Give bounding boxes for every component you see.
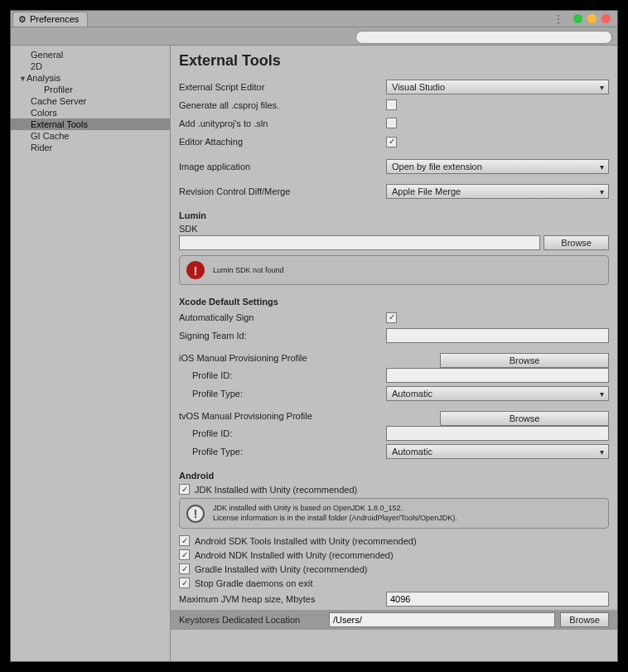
window-controls: ⋮ [553,12,611,26]
lumin-warning: ! Lumin SDK not found [179,255,609,285]
main-panel: External Tools External Script Editor Vi… [171,46,617,661]
body: General 2D ▼Analysis Profiler Cache Serv… [11,46,617,661]
tvos-profile-type-dropdown[interactable]: Automatic [386,444,609,459]
tvos-browse-button[interactable]: Browse [440,411,609,426]
lumin-header: Lumin [179,210,609,220]
ios-profile-type-label: Profile Type: [192,389,386,399]
preferences-tab[interactable]: ⚙ Preferences [12,12,88,27]
android-header: Android [179,471,609,481]
jdk-label: JDK Installed with Unity (recommended) [195,485,357,495]
gen-csproj-label: Generate all .csproj files. [179,100,386,110]
jdk-checkbox[interactable] [179,484,190,495]
editor-attaching-checkbox[interactable] [386,137,397,147]
auto-sign-checkbox[interactable] [386,312,397,323]
sidebar-item-external-tools[interactable]: External Tools [11,118,170,130]
lumin-sdk-input[interactable] [179,235,540,250]
traffic-green[interactable] [573,14,582,23]
menu-dots-icon[interactable]: ⋮ [553,12,563,26]
gear-icon: ⚙ [18,14,27,25]
auto-sign-label: Automatically Sign [179,312,386,322]
tvos-prov-label: tvOS Manual Provisioning Profile [179,411,440,426]
lumin-browse-button[interactable]: Browse [543,235,609,250]
jdk-info-text: JDK installed with Unity is based on Ope… [213,504,457,523]
tvos-profile-id-input[interactable] [386,426,609,441]
sidebar-item-gi-cache[interactable]: GI Cache [11,130,170,142]
sidebar-item-colors[interactable]: Colors [11,107,170,118]
keystores-browse-button[interactable]: Browse [560,612,609,627]
keystores-row: Keystores Dedicated Location Browse [171,610,617,630]
editor-attaching-label: Editor Attaching [179,137,386,147]
jdk-info: ! JDK installed with Unity is based on O… [179,498,609,529]
search-input[interactable] [355,31,612,44]
max-jvm-input[interactable] [386,592,609,607]
ios-browse-button[interactable]: Browse [440,353,609,368]
sidebar-item-profiler[interactable]: Profiler [11,84,170,95]
preferences-window: ⚙ Preferences ⋮ 🔍 General 2D ▼Analysis P… [10,10,618,662]
image-app-label: Image application [179,162,386,172]
ios-profile-id-input[interactable] [386,368,609,383]
traffic-yellow[interactable] [587,14,597,23]
image-app-dropdown[interactable]: Open by file extension [386,159,609,174]
rev-control-label: Revision Control Diff/Merge [179,186,386,196]
traffic-red[interactable] [601,14,611,23]
sdk-label: SDK [179,224,609,234]
gradle-checkbox[interactable] [179,563,190,574]
android-ndk-checkbox[interactable] [179,549,190,560]
gradle-label: Gradle Installed with Unity (recommended… [195,564,367,574]
max-jvm-label: Maximum JVM heap size, Mbytes [179,594,386,604]
ext-script-editor-dropdown[interactable]: Visual Studio [386,80,609,94]
tvos-profile-type-label: Profile Type: [192,447,386,457]
titlebar: ⚙ Preferences ⋮ [11,11,617,27]
ios-prov-label: iOS Manual Provisioning Profile [179,353,440,368]
xcode-header: Xcode Default Settings [179,297,609,307]
keystores-input[interactable] [329,612,555,627]
sidebar-item-general[interactable]: General [11,49,170,60]
sidebar: General 2D ▼Analysis Profiler Cache Serv… [11,46,171,661]
ios-profile-type-dropdown[interactable]: Automatic [386,386,609,401]
expand-triangle-icon: ▼ [19,75,27,83]
signing-team-label: Signing Team Id: [179,331,386,341]
tvos-profile-id-label: Profile ID: [192,428,386,438]
search-bar: 🔍 [11,27,617,46]
android-sdk-label: Android SDK Tools Installed with Unity (… [195,536,417,546]
lumin-warning-text: Lumin SDK not found [213,266,284,274]
sidebar-item-cache-server[interactable]: Cache Server [11,95,170,107]
rev-control-dropdown[interactable]: Apple File Merge [386,184,609,199]
stop-gradle-label: Stop Gradle daemons on exit [195,578,312,588]
page-title: External Tools [179,52,609,70]
keystores-label: Keystores Dedicated Location [179,615,324,625]
android-sdk-checkbox[interactable] [179,535,190,546]
gen-csproj-checkbox[interactable] [386,99,397,110]
add-unityproj-label: Add .unityproj's to .sln [179,118,386,128]
sidebar-item-analysis[interactable]: ▼Analysis [11,72,170,84]
ext-script-editor-label: External Script Editor [179,82,386,92]
add-unityproj-checkbox[interactable] [386,118,397,128]
ios-profile-id-label: Profile ID: [192,370,386,380]
error-icon: ! [186,261,205,279]
stop-gradle-checkbox[interactable] [179,578,190,588]
tab-title: Preferences [30,14,79,24]
sidebar-item-rider[interactable]: Rider [11,142,170,153]
sidebar-item-2d[interactable]: 2D [11,60,170,72]
info-icon: ! [186,505,205,523]
signing-team-input[interactable] [386,328,609,343]
android-ndk-label: Android NDK Installed with Unity (recomm… [195,550,394,560]
